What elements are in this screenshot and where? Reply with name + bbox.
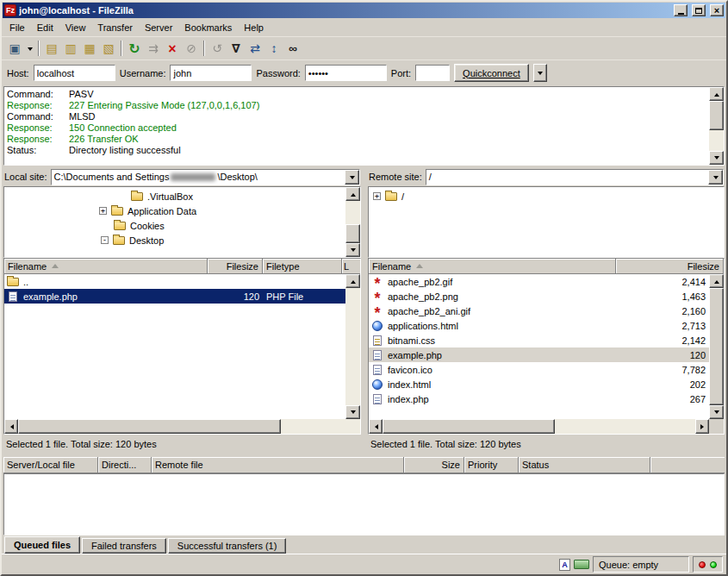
tree-item-application-data[interactable]: + Application Data: [4, 203, 360, 218]
scrollbar-thumb[interactable]: [18, 419, 281, 434]
column-header-filename[interactable]: Filename: [4, 259, 208, 274]
scroll-down-button[interactable]: [709, 405, 724, 419]
remote-list-body[interactable]: apache_pb2.gif 2,414 apache_pb2.png 1,46…: [369, 274, 724, 419]
scrollbar-thumb[interactable]: [345, 224, 360, 243]
local-directory-tree[interactable]: .VirtualBox + Application Data Cookies -…: [3, 186, 361, 258]
toggle-remote-tree-button[interactable]: ▦: [80, 39, 99, 58]
column-header-filetype[interactable]: Filetype: [263, 259, 342, 274]
scroll-right-button[interactable]: [695, 419, 709, 434]
local-tree-scrollbar[interactable]: [345, 187, 360, 257]
transfer-queue-list[interactable]: [3, 473, 725, 535]
host-input[interactable]: [34, 65, 115, 81]
scroll-down-button[interactable]: [345, 243, 360, 257]
column-header-filesize[interactable]: Filesize: [208, 259, 263, 274]
toggle-message-log-button[interactable]: ▤: [42, 39, 61, 58]
site-manager-dropdown-button[interactable]: [24, 39, 35, 58]
remote-list-scrollbar[interactable]: [709, 274, 724, 419]
directory-comparison-button[interactable]: ⇄: [246, 39, 264, 58]
refresh-button[interactable]: ↻: [125, 39, 144, 58]
local-list-scrollbar[interactable]: [345, 274, 360, 419]
tree-item-cookies[interactable]: Cookies: [4, 218, 360, 233]
column-header-status[interactable]: Status: [519, 457, 650, 473]
column-header-last-modified[interactable]: L: [342, 259, 360, 274]
username-input[interactable]: [170, 65, 252, 81]
scroll-down-button[interactable]: [345, 405, 360, 419]
close-button[interactable]: ×: [710, 4, 724, 16]
toggle-queue-button[interactable]: ▧: [99, 39, 118, 58]
maximize-button[interactable]: [692, 4, 706, 16]
column-header-direction[interactable]: Directi...: [98, 457, 152, 473]
remote-path-dropdown-button[interactable]: [708, 170, 723, 185]
menu-edit[interactable]: Edit: [31, 20, 59, 35]
tree-expand-icon[interactable]: +: [373, 192, 381, 200]
scrollbar-thumb[interactable]: [709, 288, 724, 405]
title-bar[interactable]: Fz john@localhost - FileZilla ×: [3, 3, 725, 18]
remote-file-row[interactable]: index.html 202: [369, 377, 709, 391]
menu-bookmarks[interactable]: Bookmarks: [178, 20, 238, 35]
remote-file-row[interactable]: favicon.ico 7,782: [369, 362, 709, 377]
column-header-filesize[interactable]: Filesize: [616, 259, 724, 274]
find-files-button[interactable]: ∞: [283, 39, 302, 58]
scrollbar-track[interactable]: [709, 101, 724, 151]
tree-item-virtualbox[interactable]: .VirtualBox: [4, 189, 360, 203]
scroll-up-button[interactable]: [709, 87, 724, 101]
minimize-button[interactable]: [674, 4, 688, 16]
password-input[interactable]: [305, 65, 387, 81]
scroll-up-button[interactable]: [345, 187, 360, 201]
local-path-combo[interactable]: C:\Documents and Settings\Desktop\: [51, 169, 360, 185]
menu-file[interactable]: File: [3, 20, 31, 35]
tree-collapse-icon[interactable]: -: [101, 236, 109, 244]
menu-help[interactable]: Help: [238, 20, 270, 35]
speed-limit-icon[interactable]: [574, 560, 589, 569]
scroll-down-button[interactable]: [709, 151, 724, 165]
up-directory-row[interactable]: ..: [4, 274, 345, 289]
tab-queued-files[interactable]: Queued files: [4, 536, 80, 554]
remote-directory-tree[interactable]: + /: [368, 186, 725, 258]
tab-successful-transfers[interactable]: Successful transfers (1): [168, 538, 287, 554]
toggle-local-tree-button[interactable]: ▥: [61, 39, 80, 58]
column-header-priority[interactable]: Priority: [464, 457, 519, 473]
tree-expand-icon[interactable]: +: [99, 207, 107, 215]
remote-file-row[interactable]: bitnami.css 2,142: [369, 333, 709, 347]
message-log[interactable]: Command:PASV Response:227 Entering Passi…: [3, 86, 725, 166]
remote-file-row[interactable]: apache_pb2.png 1,463: [369, 289, 709, 304]
quickconnect-dropdown-button[interactable]: [533, 64, 547, 82]
port-input[interactable]: [415, 65, 450, 81]
menu-view[interactable]: View: [59, 20, 92, 35]
scroll-left-button[interactable]: [4, 419, 18, 434]
column-header-filename[interactable]: Filename: [369, 259, 616, 274]
scroll-up-button[interactable]: [345, 274, 360, 288]
process-queue-button[interactable]: ⇉: [144, 39, 163, 58]
scroll-left-button[interactable]: [369, 419, 383, 434]
menu-server[interactable]: Server: [139, 20, 178, 35]
scrollbar-thumb[interactable]: [709, 101, 724, 130]
file-row-selected[interactable]: example.php 120 PHP File 1: [4, 289, 345, 304]
column-header-server-local-file[interactable]: Server/Local file: [3, 457, 98, 473]
remote-path-combo[interactable]: /: [426, 169, 724, 185]
site-manager-button[interactable]: ▣: [5, 39, 24, 58]
column-header-remote-file[interactable]: Remote file: [152, 457, 404, 473]
scrollbar-thumb[interactable]: [383, 419, 555, 434]
scrollbar-track[interactable]: [709, 288, 724, 405]
remote-file-row[interactable]: apache_pb2.gif 2,414: [369, 274, 709, 289]
data-type-indicator-icon[interactable]: [559, 559, 570, 571]
quickconnect-button[interactable]: Quickconnect: [454, 64, 529, 82]
filter-button[interactable]: ∇: [227, 39, 246, 58]
reconnect-button[interactable]: ↺: [208, 39, 227, 58]
tree-item-desktop[interactable]: - Desktop: [4, 233, 360, 247]
scrollbar-track[interactable]: [345, 201, 360, 243]
remote-file-row[interactable]: apache_pb2_ani.gif 2,160: [369, 304, 709, 318]
column-header-size[interactable]: Size: [404, 457, 464, 473]
remote-file-row[interactable]: applications.html 2,713: [369, 318, 709, 333]
scrollbar-track[interactable]: [345, 288, 360, 405]
tree-item-root[interactable]: + /: [369, 189, 724, 203]
local-list-body[interactable]: .. example.php 120 PHP File 1: [4, 274, 360, 419]
log-scrollbar[interactable]: [709, 87, 724, 165]
menu-transfer[interactable]: Transfer: [91, 20, 139, 35]
remote-horizontal-scrollbar[interactable]: [369, 419, 724, 434]
scroll-up-button[interactable]: [709, 274, 724, 288]
cancel-button[interactable]: ×: [163, 39, 182, 58]
remote-file-row-selected[interactable]: example.php 120: [369, 347, 709, 362]
local-horizontal-scrollbar[interactable]: [4, 419, 360, 434]
sync-browsing-button[interactable]: ↕: [264, 39, 283, 58]
